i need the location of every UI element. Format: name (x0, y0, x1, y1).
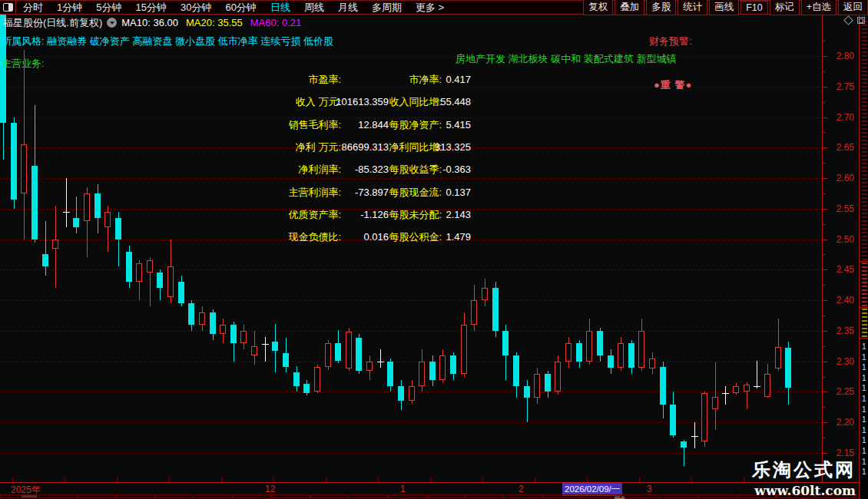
window-icon (3, 3, 13, 12)
diamond-icon[interactable] (843, 15, 853, 25)
bottom-cell (543, 494, 581, 498)
watermark-site-name: 乐淘公式网 (752, 458, 856, 482)
period-tab-15分钟[interactable]: 15分钟 (128, 1, 173, 15)
price-gridline (0, 300, 821, 301)
candle-body (733, 386, 739, 393)
date-label: 3 (647, 484, 652, 494)
strip-digit: 1 (862, 416, 868, 424)
candle-body (230, 325, 237, 343)
candle-wick (76, 197, 77, 233)
candle-body (167, 266, 174, 297)
price-tick (823, 163, 825, 164)
window-icon-button[interactable] (0, 1, 16, 14)
bottom-cell (582, 494, 621, 498)
business-label: 主营业务: (2, 57, 45, 71)
price-tick (823, 407, 825, 408)
candle-wick (694, 422, 695, 448)
period-tab-1分钟[interactable]: 1分钟 (50, 1, 89, 15)
candle-body (104, 212, 111, 227)
strip-texture (862, 262, 867, 306)
strip-digit: 1 (862, 375, 868, 382)
candle-body (482, 288, 488, 300)
candle-body (335, 343, 341, 361)
period-tab-多周期[interactable]: 多周期 (365, 1, 409, 15)
candle-body (608, 355, 614, 368)
period-tab-日线[interactable]: 日线 (263, 1, 297, 15)
price-label: 2.15 (827, 448, 854, 458)
candle-body (346, 332, 352, 368)
candle-body (366, 362, 373, 371)
fin-value: -73.897 (355, 181, 389, 203)
candle-body (576, 343, 582, 362)
candle-wick (715, 362, 716, 430)
price-label: 2.25 (827, 386, 854, 397)
fin-label: 净利 万元: (296, 136, 341, 158)
candle-body (764, 374, 770, 397)
style-label: 所属风格: (2, 35, 45, 47)
price-tick (823, 132, 825, 133)
fin-value: 55.448 (440, 91, 471, 113)
price-label: 2.30 (827, 356, 854, 367)
fin-value: 313.325 (435, 136, 471, 158)
fin-value: 0.137 (446, 181, 471, 203)
time-tick (12, 478, 13, 482)
time-axis: 2025年12122026/02/09/一3 (0, 482, 868, 495)
action-button-+自选[interactable]: +自选 (801, 0, 837, 15)
price-axis-line (822, 15, 823, 482)
price-tick (823, 377, 825, 378)
price-label: 2.70 (827, 112, 854, 123)
strip-divider (860, 307, 868, 308)
candle-body (356, 338, 362, 371)
price-tick (823, 193, 825, 194)
period-tabs: 分时1分钟5分钟15分钟30分钟60分钟日线周线月线多周期更多 > (16, 1, 451, 15)
action-button-返回[interactable]: 返回 (838, 0, 868, 15)
period-tab-更多 >[interactable]: 更多 > (409, 1, 451, 15)
candle-body (450, 355, 456, 374)
period-tab-月线[interactable]: 月线 (331, 1, 365, 15)
bottom-cell (0, 494, 38, 498)
action-button-F10[interactable]: F10 (740, 1, 768, 15)
candle-body (754, 386, 760, 387)
period-tab-60分钟[interactable]: 60分钟 (218, 1, 263, 15)
candle-body (178, 282, 184, 303)
candle-wick (265, 337, 266, 362)
style-tags-row: 所属风格: 融资融券 破净资产 高融资盘 微小盘股 低市净率 连续亏损 低价股 (2, 35, 333, 48)
time-tick (221, 478, 222, 482)
fin-label: 净利同比增: (389, 136, 442, 158)
candle-body (220, 325, 226, 334)
action-button-多股[interactable]: 多股 (646, 0, 676, 15)
bottom-cut-toolbar (0, 494, 868, 499)
candle-body (126, 252, 132, 282)
date-label: 2 (518, 484, 524, 494)
period-tab-5分钟[interactable]: 5分钟 (89, 1, 128, 15)
period-tab-周线[interactable]: 周线 (297, 1, 331, 15)
price-tick (823, 41, 825, 41)
action-button-标记[interactable]: 标记 (770, 0, 800, 15)
candle-body (429, 362, 436, 380)
candle-body (545, 374, 551, 392)
price-label: 2.60 (827, 173, 854, 183)
period-tab-分时[interactable]: 分时 (16, 1, 50, 15)
action-button-复权[interactable]: 复权 (583, 0, 613, 15)
candle-body (387, 362, 393, 386)
price-axis: 2.802.752.702.652.602.552.502.452.402.35… (822, 15, 859, 482)
candle-body (660, 367, 666, 405)
time-tick (691, 478, 692, 482)
period-tab-30分钟[interactable]: 30分钟 (174, 1, 218, 15)
candle-body (73, 218, 79, 227)
price-gridline (0, 269, 821, 270)
bottom-cell (621, 494, 659, 498)
candle-body (439, 355, 446, 380)
candle-body (377, 362, 384, 362)
candle-body (502, 331, 509, 355)
action-button-统计[interactable]: 统计 (678, 0, 707, 15)
chevron-down-icon[interactable] (107, 18, 117, 28)
candle-body (262, 344, 269, 345)
strip-digit: 1 (862, 427, 868, 435)
restore-window-icon[interactable] (857, 17, 865, 24)
right-edge-panel-fragment: 1111111111111 (859, 15, 868, 499)
action-button-叠加[interactable]: 叠加 (615, 0, 644, 15)
bottom-cell (272, 494, 310, 498)
bottom-cell (117, 494, 155, 498)
action-button-画线[interactable]: 画线 (709, 0, 739, 15)
